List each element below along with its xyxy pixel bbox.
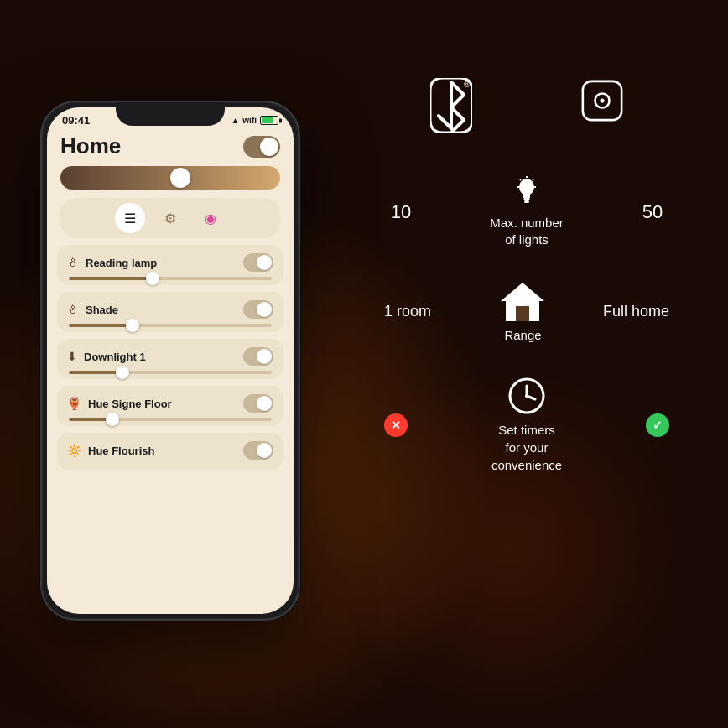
timers-row: ✕ Set timersfor yourconvenience ✓ [367,376,686,474]
slider-thumb-shade [126,319,139,332]
battery-fill [262,117,273,123]
status-no-timers: ✕ [384,413,408,437]
svg-rect-6 [524,200,529,203]
lights-center: Max. numberof lights [418,176,636,247]
toggle-flourish[interactable] [243,441,273,460]
light-name-shade: Shade [86,304,118,316]
slider-thumb-reading [146,272,159,285]
slider-thumb-signe [106,413,119,426]
svg-rect-4 [523,195,530,198]
status-has-timers: ✓ [646,413,669,437]
light-row-downlight: ⬇ Downlight 1 [57,339,283,379]
slider-downlight[interactable] [69,371,272,374]
ceiling-icon: 🔆 [67,444,81,457]
status-icons: ▲ wifi [231,116,278,125]
app-title: Home [60,133,121,159]
light-name-signe: Hue Signe Floor [88,398,172,410]
floor-lamp-icon: 🏺 [67,397,81,410]
light-row-flourish: 🔆 Hue Flourish [57,433,283,470]
bluetooth-icon: ® [426,75,476,134]
light-list: 🕯 Reading lamp 🕯 Shade [47,245,294,476]
phone-mockup: 09:41 ▲ wifi Home [40,101,300,621]
wifi-icon: wifi [242,116,257,125]
brightness-slider-container [47,166,294,198]
svg-point-17 [525,394,528,398]
clock-icon [507,376,547,416]
house-icon [499,281,546,323]
signal-icon: ▲ [231,116,239,125]
light-row-signe: 🏺 Hue Signe Floor [57,386,283,426]
svg-line-10 [520,179,521,180]
bulb-icon-reading: 🕯 [67,256,79,269]
toggle-shade[interactable] [243,300,273,319]
slider-signe[interactable] [69,418,272,421]
light-row-shade: 🕯 Shade [57,292,283,332]
toggle-downlight[interactable] [243,347,273,366]
light-row-reading-lamp: 🕯 Reading lamp [57,245,283,285]
svg-line-11 [533,179,533,180]
light-bulb-icon [517,176,536,208]
slider-reading[interactable] [69,277,272,280]
tab-list[interactable]: ☰ [115,203,145,233]
bluetooth-feature: ® [426,75,476,134]
svg-rect-5 [524,198,530,200]
top-icons-row: ® [367,75,686,134]
phone-screen: 09:41 ▲ wifi Home [47,107,294,614]
status-time: 09:41 [62,114,90,127]
toggle-signe[interactable] [243,394,273,413]
svg-rect-13 [516,306,529,321]
range-left-value: 1 room [384,303,443,320]
tab-entertainment[interactable]: ◉ [195,203,226,233]
range-center: Range [499,281,546,342]
bt-registered: ® [464,80,470,89]
info-panel: ® 10 [367,75,686,474]
lights-label: Max. numberof lights [490,215,564,247]
brightness-thumb [170,168,190,188]
lights-comparison-row: 10 Max. numberof lights 50 [367,176,686,247]
downlight-icon: ⬇ [67,350,77,363]
green-check-icon: ✓ [653,419,663,432]
red-x-icon: ✕ [391,419,401,432]
timer-label: Set timersfor yourconvenience [491,421,562,474]
light-name-flourish: Hue Flourish [88,445,154,457]
app-header: Home [47,130,294,166]
range-right-value: Full home [603,303,669,320]
page-container: 09:41 ▲ wifi Home [0,0,728,728]
home-toggle[interactable] [243,136,280,158]
slider-shade[interactable] [69,324,272,327]
timer-center: Set timersfor yourconvenience [491,376,562,474]
brightness-slider[interactable] [60,166,280,190]
light-name-downlight: Downlight 1 [84,351,146,363]
tab-scenes[interactable]: ⚙ [155,203,185,233]
bridge-icon [577,75,627,126]
toggle-reading[interactable] [243,253,273,272]
range-row: 1 room Range Full home [367,281,686,342]
battery-icon [260,116,278,125]
lights-min-value: 10 [384,201,418,223]
slider-thumb-downlight [116,366,129,379]
phone-notch [116,102,225,126]
light-name-reading: Reading lamp [86,257,157,269]
lights-max-value: 50 [636,201,669,223]
tab-bar: ☰ ⚙ ◉ [60,198,280,238]
range-label: Range [504,328,541,342]
svg-point-2 [600,98,604,102]
svg-point-3 [519,179,534,195]
bridge-feature [577,75,627,134]
bulb-icon-shade: 🕯 [67,303,79,316]
